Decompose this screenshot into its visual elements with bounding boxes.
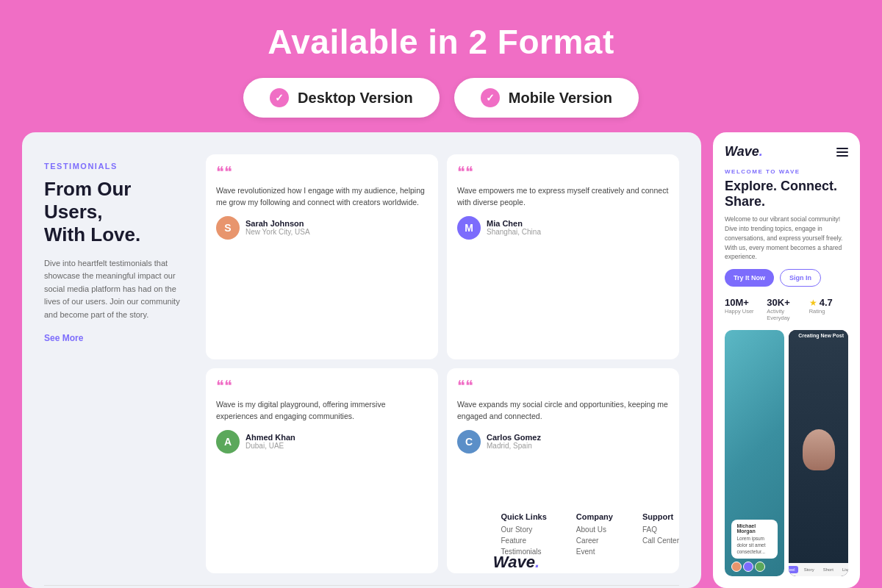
- phone-screen-overlay-left: Michael Morgan Lorem ipsum dolor sit ame…: [725, 330, 784, 576]
- star-icon: ★: [809, 298, 817, 308]
- author-location-2: Shanghai, China: [487, 228, 541, 236]
- testimonials-label: TESTIMONIALS: [44, 162, 191, 171]
- testimonials-section: TESTIMONIALS From Our Users,With Love. D…: [44, 154, 679, 573]
- footer-support-item-2[interactable]: Call Center: [642, 537, 679, 545]
- desktop-btn-label: Desktop Version: [298, 90, 413, 107]
- testimonial-author-4: C Carlos Gomez Madrid, Spain: [457, 430, 669, 453]
- testimonial-text-1: Wave revolutionized how I engage with my…: [216, 185, 428, 209]
- mobile-cta-row: Try It Now Sign In: [725, 269, 848, 287]
- footer-col-support: Support FAQ Call Center: [642, 512, 679, 559]
- footer-col-quick-links: Quick Links Our Story Feature Testimonia…: [501, 512, 546, 559]
- author-info-2: Mia Chen Shanghai, China: [487, 219, 541, 236]
- testimonial-card-3: ❝❝ Wave is my digital playground, offeri…: [206, 368, 438, 573]
- author-name-3: Ahmed Khan: [245, 433, 295, 442]
- wave-logo-mobile: Wave.: [725, 144, 763, 159]
- quote-icon-2: ❝❝: [457, 165, 669, 179]
- author-location-4: Madrid, Spain: [487, 442, 541, 450]
- desktop-footer: Subscribe to Our Newsletter! Subscribe f…: [44, 585, 679, 588]
- wave-logo-footer: Wave.: [493, 553, 539, 572]
- stat-label-users: Happy User: [725, 308, 764, 315]
- testimonials-left: TESTIMONIALS From Our Users,With Love. D…: [44, 154, 191, 573]
- tab-feel[interactable]: Feel: [789, 566, 798, 573]
- footer-quicklinks-item-2[interactable]: Feature: [501, 537, 546, 545]
- avatar-initial-1: S: [216, 216, 240, 240]
- stat-value-rating: 4.7: [820, 297, 833, 308]
- author-avatar-2: M: [457, 216, 481, 240]
- content-area: TESTIMONIALS From Our Users,With Love. D…: [22, 132, 860, 588]
- testimonial-text-3: Wave is my digital playground, offering …: [216, 399, 428, 423]
- stat-label-rating: Rating: [809, 308, 848, 315]
- author-location-3: Dubai, UAE: [245, 442, 295, 450]
- testimonials-title: From Our Users,With Love.: [44, 178, 191, 247]
- mobile-try-now-button[interactable]: Try It Now: [725, 269, 774, 287]
- stat-rating: ★ 4.7 Rating: [809, 297, 848, 321]
- quote-icon-1: ❝❝: [216, 165, 428, 179]
- wave-dot: .: [535, 553, 539, 571]
- hamburger-line-1: [836, 148, 848, 149]
- quote-icon-4: ❝❝: [457, 379, 669, 393]
- author-info-4: Carlos Gomez Madrid, Spain: [487, 433, 541, 450]
- format-buttons: ✓ Desktop Version ✓ Mobile Version: [243, 78, 639, 118]
- phone-right-top: Creating New Post: [789, 330, 848, 563]
- hamburger-line-2: [836, 151, 848, 153]
- mobile-header: Wave.: [725, 144, 848, 159]
- footer-quicklinks-title: Quick Links: [501, 512, 546, 521]
- avatar-initial-4: C: [457, 430, 481, 453]
- mini-avatar-3: [755, 562, 765, 572]
- mobile-version-button[interactable]: ✓ Mobile Version: [454, 78, 639, 118]
- tab-short[interactable]: Short: [820, 566, 836, 573]
- testimonial-author-3: A Ahmed Khan Dubai, UAE: [216, 430, 428, 453]
- mini-avatar-2: [743, 562, 753, 572]
- testimonial-author-2: M Mia Chen Shanghai, China: [457, 216, 669, 240]
- see-more-link[interactable]: See More: [44, 333, 83, 343]
- quote-icon-3: ❝❝: [216, 379, 428, 393]
- tab-story[interactable]: Story: [801, 566, 817, 573]
- author-location-1: New York City, USA: [245, 228, 310, 236]
- hamburger-line-3: [836, 155, 848, 157]
- footer-company-item-2[interactable]: Career: [576, 537, 613, 545]
- author-info-3: Ahmed Khan Dubai, UAE: [245, 433, 295, 450]
- face-bg: [789, 330, 848, 563]
- main-title: Available in 2 Format: [268, 22, 614, 62]
- check-icon-desktop: ✓: [270, 88, 289, 107]
- footer-support-item-1[interactable]: FAQ: [642, 526, 679, 534]
- mobile-btn-label: Mobile Version: [509, 90, 612, 107]
- mini-avatar-1: [731, 562, 742, 572]
- face-shape: [803, 429, 835, 470]
- stat-rating-row: ★ 4.7: [809, 297, 848, 308]
- testimonial-card-2: ❝❝ Wave empowers me to express myself cr…: [447, 154, 679, 359]
- footer-links: Quick Links Our Story Feature Testimonia…: [501, 512, 679, 559]
- footer-quicklinks-item-1[interactable]: Our Story: [501, 526, 546, 534]
- avatar-initial-2: M: [457, 216, 481, 240]
- mobile-hero-title: Explore. Connect.Share.: [725, 179, 848, 209]
- tab-live[interactable]: Live: [839, 566, 848, 573]
- footer-company-item-1[interactable]: About Us: [576, 526, 613, 534]
- mobile-images: Michael Morgan Lorem ipsum dolor sit ame…: [725, 330, 848, 576]
- author-avatar-4: C: [457, 430, 481, 453]
- stat-label-activity: Activity Everyday: [767, 308, 806, 321]
- mobile-hero-desc: Welcome to our vibrant social community!…: [725, 215, 848, 262]
- phone-avatar-row: [731, 562, 777, 572]
- author-name-2: Mia Chen: [487, 219, 541, 228]
- stat-happy-users: 10M+ Happy User: [725, 297, 764, 321]
- stat-value-users: 10M+: [725, 297, 764, 308]
- author-name-1: Sarah Johnson: [245, 219, 310, 228]
- mobile-stats: 10M+ Happy User 30K+ Activity Everyday ★…: [725, 297, 848, 321]
- stat-value-activity: 30K+: [767, 297, 806, 308]
- phone-chat-bubble: Michael Morgan Lorem ipsum dolor sit ame…: [731, 520, 777, 559]
- avatar-initial-3: A: [216, 430, 240, 453]
- create-post-label: Creating New Post: [798, 333, 844, 338]
- author-info-1: Sarah Johnson New York City, USA: [245, 219, 310, 236]
- footer-company-item-3[interactable]: Event: [576, 548, 613, 556]
- hamburger-menu-icon[interactable]: [836, 148, 848, 157]
- footer-support-title: Support: [642, 512, 679, 521]
- mobile-wave-dot: .: [759, 144, 763, 159]
- desktop-version-button[interactable]: ✓ Desktop Version: [243, 78, 440, 118]
- mobile-sign-in-button[interactable]: Sign In: [780, 269, 821, 287]
- check-icon-mobile: ✓: [481, 88, 500, 107]
- testimonial-text-4: Wave expands my social circle and opport…: [457, 399, 669, 423]
- header-section: Available in 2 Format ✓ Desktop Version …: [0, 0, 882, 132]
- testimonials-desc: Dive into heartfelt testimonials that sh…: [44, 257, 191, 322]
- mobile-preview-card: Wave. WELCOME TO WAVE Explore. Connect.S…: [713, 132, 860, 588]
- footer-company-title: Company: [576, 512, 613, 521]
